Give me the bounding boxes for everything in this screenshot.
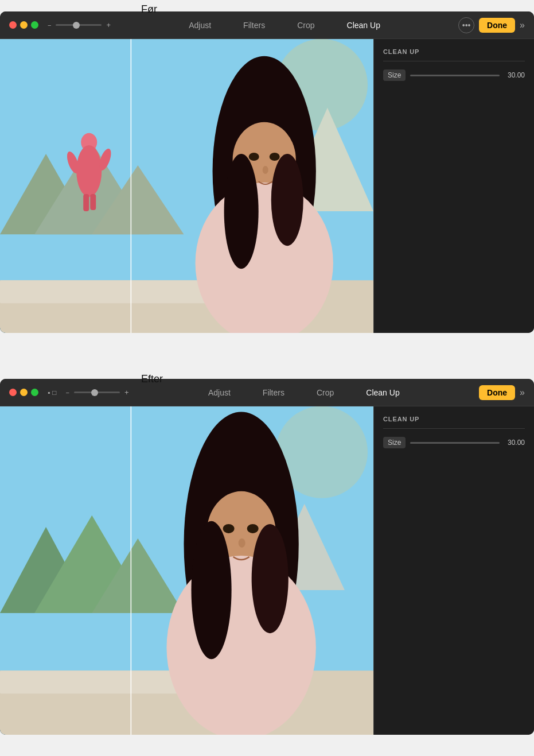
photo-area-after	[0, 406, 373, 735]
svg-point-25	[263, 166, 268, 174]
close-button[interactable]	[9, 21, 17, 29]
tab-cleanup-before[interactable]: Clean Up	[331, 11, 396, 39]
chevron-button-after[interactable]: »	[520, 387, 525, 398]
zoom-minus-icon-after: −	[66, 389, 69, 396]
svg-point-22	[271, 154, 303, 246]
toolbar-tabs-before: Adjust Filters Crop Clean Up	[115, 11, 454, 39]
size-row-before: Size 30.00	[383, 69, 525, 81]
traffic-lights-before	[9, 21, 38, 29]
sidebar-divider-after	[383, 428, 525, 429]
minimize-button[interactable]	[20, 21, 28, 29]
toolbar-tabs-after: Adjust Filters Crop Clean Up	[134, 379, 475, 406]
tab-filters-before[interactable]: Filters	[227, 11, 281, 39]
before-window: − + Adjust Filters Crop Clean Up ••• Don…	[0, 11, 534, 333]
tab-cleanup-after[interactable]: Clean Up	[350, 379, 415, 406]
chevron-button-before[interactable]: »	[520, 20, 525, 30]
tab-crop-before[interactable]: Crop	[281, 11, 330, 39]
svg-point-12	[76, 145, 102, 197]
tab-crop-after[interactable]: Crop	[301, 379, 350, 406]
sidebar-divider-before	[383, 61, 525, 61]
after-window: ▪ □ − + Adjust Filters Crop Clean Up Don…	[0, 379, 534, 735]
zoom-slider-after[interactable]	[74, 391, 120, 393]
size-slider-before[interactable]	[410, 75, 500, 76]
zoom-controls-after: − +	[66, 388, 129, 397]
tab-adjust-after[interactable]: Adjust	[192, 379, 247, 406]
svg-point-21	[224, 154, 259, 269]
zoom-plus-icon-after: +	[124, 388, 129, 397]
toolbar-right-before: ••• Done »	[458, 17, 525, 33]
close-button-after[interactable]	[9, 389, 17, 396]
thumb-icons-after: ▪ □	[48, 389, 57, 397]
svg-point-40	[166, 556, 315, 735]
size-row-after: Size 30.00	[383, 437, 525, 448]
svg-point-24	[270, 153, 280, 161]
tab-adjust-before[interactable]: Adjust	[173, 11, 227, 39]
svg-rect-16	[90, 194, 96, 210]
window-body-before: CLEAN UP Size 30.00	[0, 39, 534, 333]
cleanup-section-title-before: CLEAN UP	[383, 48, 525, 55]
zoom-minus-icon: −	[48, 22, 51, 29]
cleanup-section-title-after: CLEAN UP	[383, 416, 525, 422]
window-body-after: CLEAN UP Size 30.00	[0, 406, 534, 735]
tab-filters-after[interactable]: Filters	[247, 379, 301, 406]
sidebar-before: CLEAN UP Size 30.00	[373, 39, 534, 333]
titlebar-after: ▪ □ − + Adjust Filters Crop Clean Up Don…	[0, 379, 534, 406]
size-value-after: 30.00	[504, 439, 525, 447]
svg-point-41	[192, 521, 232, 659]
done-button-after[interactable]: Done	[479, 385, 515, 400]
svg-rect-15	[83, 194, 89, 211]
zoom-plus-icon: +	[106, 21, 111, 29]
minimize-button-after[interactable]	[20, 389, 28, 396]
svg-point-23	[249, 153, 259, 161]
photo-before-svg	[0, 39, 373, 333]
traffic-lights-after	[9, 389, 38, 396]
after-label: Efter	[141, 373, 163, 385]
fullscreen-button-after[interactable]	[31, 389, 38, 396]
size-label-after: Size	[383, 437, 406, 448]
svg-point-44	[247, 524, 259, 533]
zoom-controls-before: − +	[48, 21, 111, 29]
svg-point-43	[223, 524, 235, 533]
svg-rect-10	[0, 280, 230, 303]
before-label: Før	[141, 3, 157, 15]
photo-after-svg	[0, 406, 373, 735]
svg-point-42	[252, 524, 289, 633]
size-label-before: Size	[383, 69, 406, 81]
fullscreen-button[interactable]	[31, 21, 38, 29]
more-options-button-before[interactable]: •••	[458, 17, 474, 33]
thumb-grid-icon: □	[52, 389, 56, 397]
size-value-before: 30.00	[504, 71, 525, 79]
thumb-single-icon: ▪	[48, 389, 50, 397]
photo-area-before	[0, 39, 373, 333]
toolbar-right-after: Done »	[479, 385, 525, 400]
svg-point-45	[239, 538, 245, 548]
size-slider-after[interactable]	[410, 442, 500, 444]
sidebar-after: CLEAN UP Size 30.00	[373, 406, 534, 735]
titlebar-before: − + Adjust Filters Crop Clean Up ••• Don…	[0, 11, 534, 39]
zoom-slider-before[interactable]	[56, 24, 102, 26]
done-button-before[interactable]: Done	[479, 18, 515, 33]
